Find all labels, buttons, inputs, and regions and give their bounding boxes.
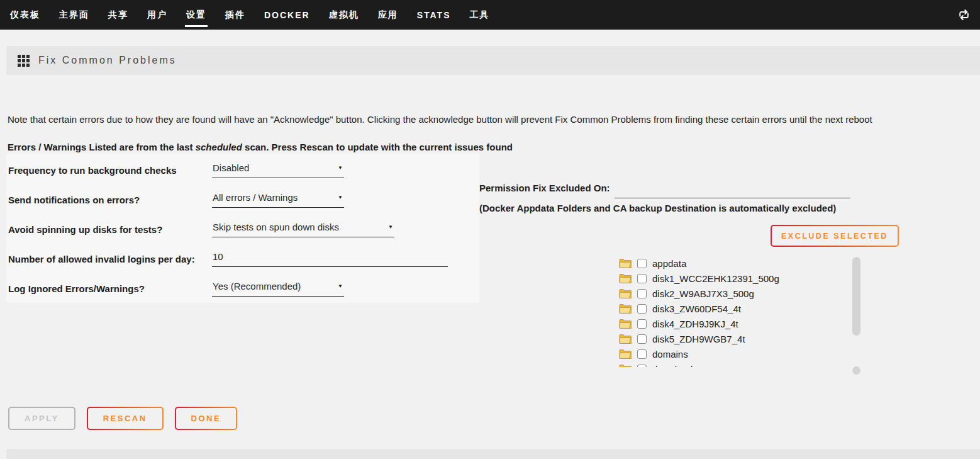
form-row: Frequency to run background checksDisabl… [6,156,479,185]
folder-row: disk3_ZW60DF54_4t [619,301,845,316]
folder-checkbox[interactable] [637,259,647,268]
folder-name: appdata [652,258,686,269]
next-section-bar [6,449,980,459]
section-header: Fix Common Problems [6,46,980,75]
folder-row: disk5_ZDH9WGB7_4t [619,331,845,346]
refresh-icon[interactable] [958,9,970,21]
permission-fix-label: Permission Fix Excluded On: [479,183,610,193]
form-row-label: Avoid spinning up disks for tests? [6,224,212,235]
scheduled-scan-note: Errors / Warnings Listed are from the la… [8,142,513,152]
folder-name: downloads [652,364,698,368]
nav-item-5[interactable]: 插件 [225,9,245,21]
folder-checkbox[interactable] [637,334,647,344]
nav-item-8[interactable]: 应用 [378,9,398,21]
folder-icon [619,334,632,344]
form-select[interactable]: Yes (Recommended)▼ [212,281,344,297]
folder-icon [619,273,632,283]
folder-name: disk3_ZW60DF54_4t [652,303,741,314]
form-row: Log Ignored Errors/Warnings?Yes (Recomme… [6,274,479,303]
folder-row: downloads [619,361,845,367]
nav-item-4[interactable]: 设置 [186,9,206,21]
chevron-down-icon: ▼ [338,283,343,289]
form-row-label: Number of allowed invalid logins per day… [6,254,212,264]
form-text-input[interactable]: 10 [212,251,448,267]
folder-icon [619,319,632,329]
chevron-down-icon: ▼ [388,224,393,230]
settings-form: Frequency to run background checksDisabl… [6,154,479,303]
folder-list-scrollbar-thumb[interactable] [852,257,860,336]
form-select[interactable]: All errors / Warnings▼ [212,192,344,208]
acknowledge-note: Note that certain errors due to how they… [8,114,872,125]
page-title: Fix Common Problems [38,55,177,66]
form-value: Skip tests on spun down disks [213,222,339,232]
nav-item-0[interactable]: 仪表板 [10,9,40,21]
form-select[interactable]: Skip tests on spun down disks▼ [212,222,394,237]
nav-item-7[interactable]: 虚拟机 [329,9,359,21]
folder-name: disk2_W9ABJ7X3_500g [652,288,754,299]
folder-checkbox[interactable] [637,304,647,314]
form-value: Disabled [213,162,249,173]
form-row-label: Send notifications on errors? [6,195,212,205]
folder-icon [619,364,632,367]
folder-icon [619,258,632,268]
top-navbar: 仪表板主界面共享用户设置插件DOCKER虚拟机应用STATS工具 [0,0,980,30]
folder-row: disk2_W9ABJ7X3_500g [619,286,845,301]
permission-fix-input[interactable] [615,183,850,198]
form-row: Number of allowed invalid logins per day… [6,244,479,274]
folder-icon [619,303,632,314]
folder-name: disk1_WCC2EHK12391_500g [652,273,779,284]
form-value: 10 [213,251,223,262]
permission-fix-note: (Docker Appdata Folders and CA backup De… [479,203,836,213]
form-row: Send notifications on errors?All errors … [6,185,479,215]
form-row-label: Log Ignored Errors/Warnings? [6,283,212,294]
folder-list: appdatadisk1_WCC2EHK12391_500gdisk2_W9AB… [619,256,845,367]
folder-name: disk5_ZDH9WGB7_4t [652,334,745,344]
done-button[interactable]: DONE [175,407,238,430]
folder-checkbox[interactable] [637,349,647,359]
folder-list-scrollbar-dot[interactable] [852,366,860,375]
form-row-label: Frequency to run background checks [6,165,212,176]
nav-item-2[interactable]: 共享 [108,9,128,21]
rescan-button[interactable]: RESCAN [87,407,164,430]
folder-checkbox[interactable] [637,289,647,298]
chevron-down-icon: ▼ [338,195,343,200]
folder-row: disk1_WCC2EHK12391_500g [619,271,845,286]
apply-button[interactable]: APPLY [8,407,75,430]
nav-item-3[interactable]: 用户 [147,9,167,21]
exclude-selected-button[interactable]: EXCLUDE SELECTED [771,225,899,247]
grid-icon [18,55,30,67]
form-value: Yes (Recommended) [213,281,301,292]
form-select[interactable]: Disabled▼ [212,162,344,178]
action-buttons: APPLY RESCAN DONE [8,407,237,430]
folder-checkbox[interactable] [637,319,647,329]
folder-checkbox[interactable] [637,365,647,368]
chevron-down-icon: ▼ [338,165,343,171]
nav-item-10[interactable]: 工具 [469,9,489,21]
form-row: Avoid spinning up disks for tests?Skip t… [6,215,479,244]
folder-icon [619,288,632,298]
folder-row: disk4_ZDH9J9KJ_4t [619,316,845,331]
folder-icon [619,349,632,359]
nav-item-6[interactable]: DOCKER [264,10,310,20]
folder-name: domains [652,349,688,360]
folder-row: domains [619,346,845,361]
nav-item-9[interactable]: STATS [417,10,451,20]
form-value: All errors / Warnings [213,192,298,203]
folder-checkbox[interactable] [637,274,647,283]
folder-name: disk4_ZDH9J9KJ_4t [652,319,738,329]
folder-row: appdata [619,256,845,271]
nav-item-1[interactable]: 主界面 [59,9,89,21]
